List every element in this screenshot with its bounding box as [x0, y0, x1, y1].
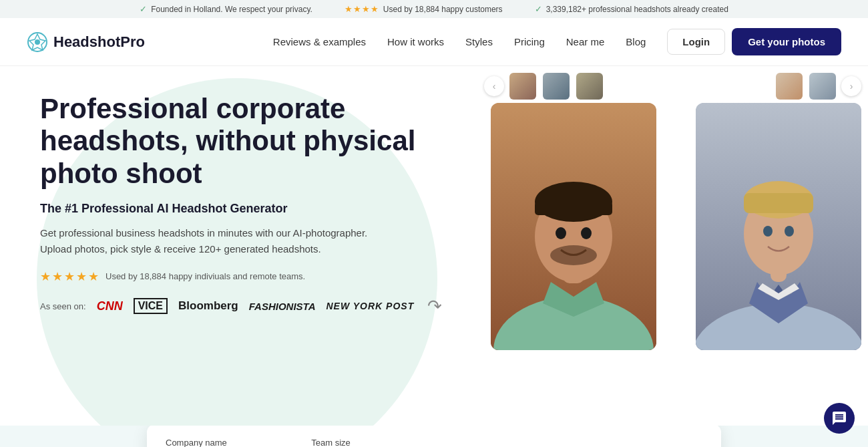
stars-icon: ★★★★ — [345, 4, 379, 14]
male-headshot-card — [491, 103, 656, 350]
banner-item-headshots: ✓ 3,339,182+ professional headshots alre… — [535, 4, 728, 14]
hero-rating: ★★★★★ Used by 18,884 happy indiviuals an… — [40, 269, 451, 284]
team-size-label: Team size — [311, 438, 443, 447]
logo-link[interactable]: HeadshotPro — [27, 31, 145, 53]
nav-reviews[interactable]: Reviews & examples — [273, 36, 366, 47]
nav-blog[interactable]: Blog — [626, 36, 646, 47]
nav-styles[interactable]: Styles — [465, 36, 493, 47]
company-label: Company name — [166, 438, 298, 447]
bottom-form-section: Company name Team size Create your team … — [0, 426, 868, 447]
svg-point-17 — [763, 226, 773, 237]
nav-how-it-works[interactable]: How it works — [387, 36, 444, 47]
thumb-female-2 — [808, 71, 837, 101]
brand-vice: VICE — [134, 298, 168, 314]
navbar: HeadshotPro Reviews & examples How it wo… — [0, 18, 868, 66]
hero-subtitle: The #1 Professional AI Headshot Generato… — [40, 202, 451, 216]
as-seen-section: As seen on: CNN VICE Bloomberg FASHIONIS… — [40, 296, 451, 317]
banner-item-customers: ★★★★ Used by 18,884 happy customers — [345, 4, 503, 14]
login-button[interactable]: Login — [667, 29, 725, 55]
as-seen-label: As seen on: — [40, 301, 86, 311]
svg-point-10 — [550, 245, 597, 265]
thumb-female-1 — [775, 71, 804, 101]
banner-text-customers: Used by 18,884 happy customers — [383, 5, 503, 14]
nav-near-me[interactable]: Near me — [566, 36, 605, 47]
svg-point-9 — [581, 227, 592, 239]
female-person-svg — [696, 103, 861, 350]
brand-bloomberg: Bloomberg — [178, 299, 238, 313]
curved-arrow-icon: ↷ — [427, 296, 442, 317]
male-thumbnails: ‹ — [484, 71, 604, 101]
svg-point-18 — [785, 226, 794, 237]
brand-cnn: CNN — [97, 299, 123, 313]
svg-rect-16 — [744, 193, 813, 213]
company-name-group: Company name — [166, 438, 298, 447]
banner-text-privacy: Founded in Holland. We respect your priv… — [151, 5, 312, 14]
hero-right: ‹ › — [477, 66, 868, 426]
hero-section: Professional corporate headshots, withou… — [0, 66, 868, 426]
chevron-left-icon[interactable]: ‹ — [484, 76, 504, 96]
female-headshot-card — [696, 103, 861, 350]
chat-widget-button[interactable] — [824, 403, 855, 434]
get-photos-button[interactable]: Get your photos — [732, 28, 841, 55]
banner-text-headshots: 3,339,182+ professional headshots alread… — [546, 5, 728, 14]
female-thumbnails: › — [775, 71, 861, 101]
hero-description: Get professional business headshots in m… — [40, 225, 374, 257]
male-person-svg — [491, 103, 656, 350]
check-icon: ✓ — [140, 4, 147, 14]
svg-point-8 — [556, 227, 566, 239]
brand-nypost: NEW YORK POST — [326, 301, 414, 311]
hero-title: Professional corporate headshots, withou… — [40, 93, 451, 190]
logo-icon — [27, 31, 48, 53]
chat-icon — [831, 410, 847, 426]
brand-fashionista: FASHIONISTA — [249, 301, 316, 312]
thumb-male-2 — [541, 71, 571, 101]
check-icon-2: ✓ — [535, 4, 542, 14]
svg-rect-7 — [535, 202, 612, 215]
thumb-male-1 — [508, 71, 537, 101]
svg-point-1 — [35, 39, 40, 45]
rating-text: Used by 18,884 happy indiviuals and remo… — [105, 271, 305, 281]
rating-stars: ★★★★★ — [40, 269, 100, 284]
banner-item-privacy: ✓ Founded in Holland. We respect your pr… — [140, 4, 312, 14]
nav-links: Reviews & examples How it works Styles P… — [273, 36, 646, 47]
thumb-male-3 — [575, 71, 604, 101]
form-card: Company name Team size Create your team … — [147, 424, 721, 448]
nav-pricing[interactable]: Pricing — [514, 36, 545, 47]
team-size-group: Team size — [311, 438, 443, 447]
logo-text: HeadshotPro — [53, 33, 145, 51]
chevron-right-icon[interactable]: › — [841, 76, 861, 96]
hero-left: Professional corporate headshots, withou… — [0, 66, 477, 426]
top-banner: ✓ Founded in Holland. We respect your pr… — [0, 0, 868, 18]
